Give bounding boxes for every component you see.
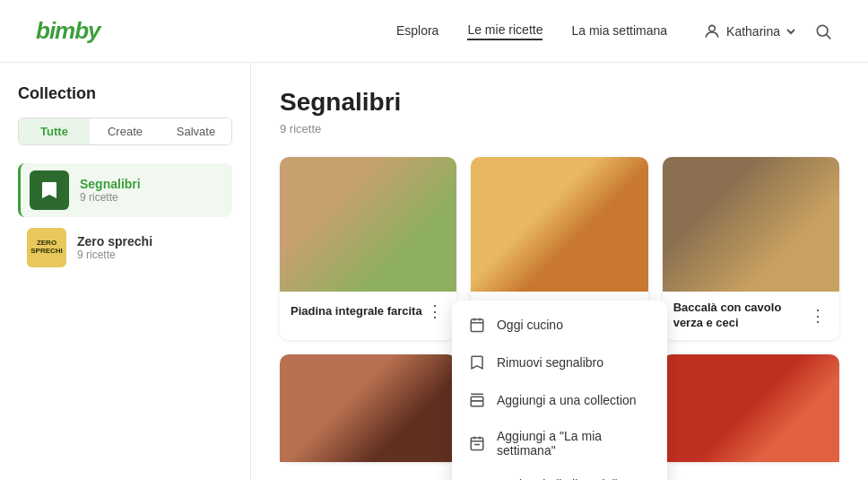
sidebar: Collection Tutte Create Salvate Segnalib… <box>0 63 251 480</box>
nav-la-mia-settimana[interactable]: La mia settimana <box>571 23 667 39</box>
collection-count-zero-sprechi: 9 ricette <box>77 249 152 261</box>
collection-info-segnalibri: Segnalibri 9 ricette <box>80 177 141 204</box>
svg-point-1 <box>817 25 828 36</box>
collection-item-segnalibri[interactable]: Segnalibri 9 ricette <box>18 163 232 217</box>
collection-name-segnalibri: Segnalibri <box>80 177 141 191</box>
recipe-card-bottom-1: Piadina integrale farcita ⋮ <box>280 292 456 331</box>
menu-label-rimuovi: Rimuovi segnalibro <box>497 355 603 370</box>
recipe-card-3: Baccalà con cavolo verza e ceci ⋮ <box>663 157 839 340</box>
calendar2-icon <box>468 434 486 452</box>
menu-item-rimuovi[interactable]: Rimuovi segnalibro <box>452 344 667 381</box>
menu-item-settimana[interactable]: Aggiungi a "La mia settimana" <box>452 419 667 467</box>
recipe-card-6 <box>663 354 839 462</box>
recipe-grid: Piadina integrale farcita ⋮ Vellutata sp… <box>280 157 839 462</box>
menu-item-oggi[interactable]: Oggi cucino <box>452 306 667 344</box>
svg-point-0 <box>709 25 716 31</box>
menu-item-collection[interactable]: Aggiungi a una collection <box>452 381 667 419</box>
header: bimby Esplora Le mie ricette La mia sett… <box>0 0 868 63</box>
user-icon <box>703 22 721 40</box>
zero-sprechi-label: ZEROSPRECHI <box>30 240 63 256</box>
filter-tab-create[interactable]: Create <box>90 118 161 144</box>
filter-tabs: Tutte Create Salvate <box>18 118 232 145</box>
svg-rect-8 <box>471 397 483 401</box>
nav-le-mie-ricette[interactable]: Le mie ricette <box>467 22 542 40</box>
main-container: Collection Tutte Create Salvate Segnalib… <box>0 63 868 480</box>
filter-tab-tutte[interactable]: Tutte <box>19 118 90 144</box>
search-icon[interactable] <box>814 22 832 40</box>
svg-line-2 <box>827 34 831 39</box>
sidebar-title: Collection <box>18 84 232 103</box>
recipe-name-3: Baccalà con cavolo verza e ceci <box>673 301 807 331</box>
recipe-image-3 <box>663 157 839 292</box>
collection-count-segnalibri: 9 ricette <box>80 191 141 204</box>
user-menu[interactable]: Katharina <box>703 22 796 40</box>
collection-thumb-segnalibri <box>30 170 69 210</box>
recipe-card-bottom-3: Baccalà con cavolo verza e ceci ⋮ <box>663 292 839 340</box>
content-area: Segnalibri 9 ricette Piadina integrale f… <box>251 63 868 480</box>
chevron-down-icon <box>786 26 796 37</box>
collection-name-zero-sprechi: Zero sprechi <box>77 234 152 249</box>
filter-tab-salvate[interactable]: Salvate <box>161 118 231 144</box>
recipe-name-1: Piadina integrale farcita <box>291 304 424 319</box>
logo: bimby <box>36 17 100 45</box>
collection-thumb-zero-sprechi: ZEROSPRECHI <box>27 228 66 267</box>
menu-label-settimana: Aggiungi a "La mia settimana" <box>497 429 651 458</box>
user-name: Katharina <box>726 24 780 39</box>
bookmark-icon <box>468 353 486 371</box>
recipe-card-1: Piadina integrale farcita ⋮ <box>280 157 456 340</box>
header-right: Katharina <box>703 22 832 40</box>
menu-label-collection: Aggiungi a una collection <box>497 393 637 407</box>
recipe-image-6 <box>663 354 839 462</box>
stack-icon <box>468 391 486 409</box>
recipe-image-4 <box>280 354 456 462</box>
recipe-image-1 <box>280 157 456 292</box>
recipe-image-2 <box>471 157 647 292</box>
calendar-icon <box>468 316 486 334</box>
main-nav: Esplora Le mie ricette La mia settimana <box>396 22 667 40</box>
recipe-card-4 <box>280 354 456 462</box>
collection-item-zero-sprechi[interactable]: ZEROSPRECHI Zero sprechi 9 ricette <box>18 221 232 275</box>
logo-text: bimby <box>36 17 100 44</box>
more-button-3[interactable]: ⋮ <box>807 305 829 327</box>
recipe-card-2: Vellutata speziata di carote e ⋮ Oggi cu… <box>471 157 647 340</box>
more-button-1[interactable]: ⋮ <box>424 301 446 322</box>
collection-info-zero-sprechi: Zero sprechi 9 ricette <box>77 234 152 261</box>
context-menu: Oggi cucino Rimuovi segnalibro <box>452 301 667 480</box>
nav-esplora[interactable]: Esplora <box>396 23 438 39</box>
menu-label-oggi: Oggi cucino <box>497 318 563 332</box>
menu-item-spesa[interactable]: Aggiungi alla lista della spesa <box>452 467 667 480</box>
svg-rect-3 <box>471 319 483 332</box>
bookmark-fill-icon <box>39 179 60 201</box>
svg-rect-7 <box>471 401 483 406</box>
recipe-count: 9 ricette <box>280 122 839 135</box>
page-title: Segnalibri <box>280 88 839 117</box>
